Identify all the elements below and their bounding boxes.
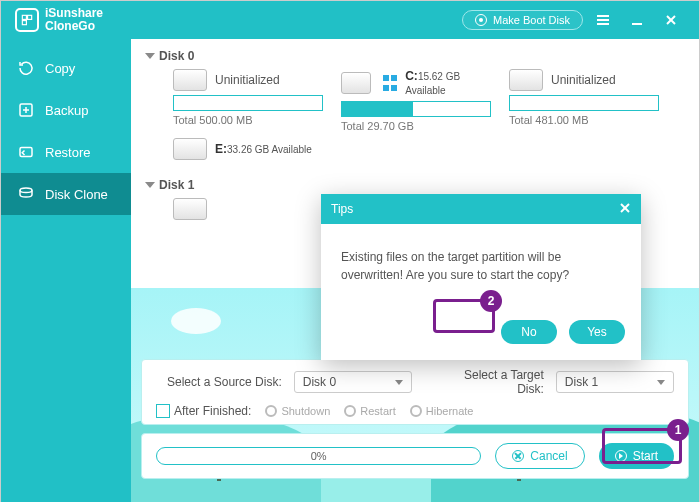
close-button[interactable] (657, 6, 685, 34)
dialog-titlebar: Tips (321, 194, 641, 224)
progress-bar: 0% (156, 447, 481, 465)
sidebar-item-label: Disk Clone (45, 187, 108, 202)
app-window: iSunshare CloneGo Make Boot Disk Copy (0, 0, 700, 502)
target-disk-label: Select a Target Disk: (436, 368, 544, 396)
sidebar-item-label: Restore (45, 145, 91, 160)
titlebar: iSunshare CloneGo Make Boot Disk (1, 1, 699, 39)
source-disk-label: Select a Source Disk: (156, 375, 282, 389)
close-icon (512, 450, 524, 462)
drive-icon (341, 72, 371, 94)
confirm-dialog: Tips Existing files on the target partit… (321, 194, 641, 360)
chevron-down-icon (145, 182, 155, 188)
partition[interactable]: Uninitialized Total 500.00 MB (173, 69, 323, 132)
app-title: iSunshare CloneGo (45, 7, 103, 33)
sidebar-item-label: Copy (45, 61, 75, 76)
sidebar-item-backup[interactable]: Backup (1, 89, 131, 131)
dropdown-value: Disk 0 (303, 375, 336, 389)
svg-rect-1 (28, 15, 32, 19)
drive-icon (173, 198, 207, 220)
after-finished-label: After Finished: (174, 404, 251, 418)
callout-number: 2 (480, 290, 502, 312)
partition[interactable]: C:15.62 GB Available Total 29.70 GB (341, 69, 491, 132)
callout-yes: 2 (433, 299, 495, 333)
progress-value: 0% (311, 450, 327, 462)
dialog-title: Tips (331, 202, 353, 216)
restart-radio[interactable]: Restart (344, 405, 395, 417)
partition[interactable] (173, 198, 323, 220)
partition-name: E:33.26 GB Available (215, 142, 312, 156)
disk0-section: Disk 0 Uninitialized Total 500.00 MB (145, 49, 681, 160)
sidebar-item-disk-clone[interactable]: Disk Clone (1, 173, 131, 215)
disk-name: Disk 0 (159, 49, 194, 63)
partition-total: Total 481.00 MB (509, 114, 659, 126)
cancel-button[interactable]: Cancel (495, 443, 584, 469)
minimize-button[interactable] (623, 6, 651, 34)
dialog-close-button[interactable] (619, 202, 631, 217)
shutdown-radio[interactable]: Shutdown (265, 405, 330, 417)
menu-button[interactable] (589, 6, 617, 34)
partition-name: Uninitialized (215, 73, 280, 87)
cancel-label: Cancel (530, 449, 567, 463)
partition[interactable]: E:33.26 GB Available (173, 138, 323, 160)
select-panel: Select a Source Disk: Disk 0 Select a Ta… (141, 359, 689, 425)
disc-icon (475, 14, 487, 26)
drive-icon (173, 138, 207, 160)
disk-name: Disk 1 (159, 178, 194, 192)
make-boot-label: Make Boot Disk (493, 14, 570, 26)
backup-icon (17, 101, 35, 119)
hibernate-radio[interactable]: Hibernate (410, 405, 474, 417)
sidebar-item-label: Backup (45, 103, 88, 118)
svg-point-13 (20, 188, 32, 193)
drive-icon (509, 69, 543, 91)
target-disk-dropdown[interactable]: Disk 1 (556, 371, 674, 393)
disk1-header[interactable]: Disk 1 (145, 178, 681, 192)
partition-name: Uninitialized (551, 73, 616, 87)
disk0-header[interactable]: Disk 0 (145, 49, 681, 63)
drive-icon (173, 69, 207, 91)
chevron-down-icon (145, 53, 155, 59)
sidebar: Copy Backup Restore Disk Clone (1, 39, 131, 502)
svg-rect-12 (20, 148, 32, 157)
sidebar-item-restore[interactable]: Restore (1, 131, 131, 173)
partition-total: Total 500.00 MB (173, 114, 323, 126)
sidebar-item-copy[interactable]: Copy (1, 47, 131, 89)
usage-bar (173, 95, 323, 111)
callout-start: 1 (602, 428, 682, 464)
copy-icon (17, 59, 35, 77)
chevron-down-icon (395, 380, 403, 385)
dialog-yes-button[interactable]: Yes (569, 320, 625, 344)
usage-bar (341, 101, 491, 117)
partition-name: C:15.62 GB Available (405, 69, 491, 97)
restore-icon (17, 143, 35, 161)
partition[interactable]: Uninitialized Total 481.00 MB (509, 69, 659, 132)
make-boot-disk-button[interactable]: Make Boot Disk (462, 10, 583, 30)
svg-rect-2 (22, 21, 26, 25)
dropdown-value: Disk 1 (565, 375, 598, 389)
after-finished-checkbox[interactable] (156, 404, 170, 418)
windows-icon (383, 75, 397, 91)
disk-clone-icon (17, 185, 35, 203)
svg-rect-0 (22, 15, 26, 19)
usage-bar (509, 95, 659, 111)
dialog-no-button[interactable]: No (501, 320, 557, 344)
source-disk-dropdown[interactable]: Disk 0 (294, 371, 412, 393)
brand-line2: CloneGo (45, 20, 103, 33)
app-logo-icon (15, 8, 39, 32)
partition-total: Total 29.70 GB (341, 120, 491, 132)
callout-number: 1 (667, 419, 689, 441)
chevron-down-icon (657, 380, 665, 385)
